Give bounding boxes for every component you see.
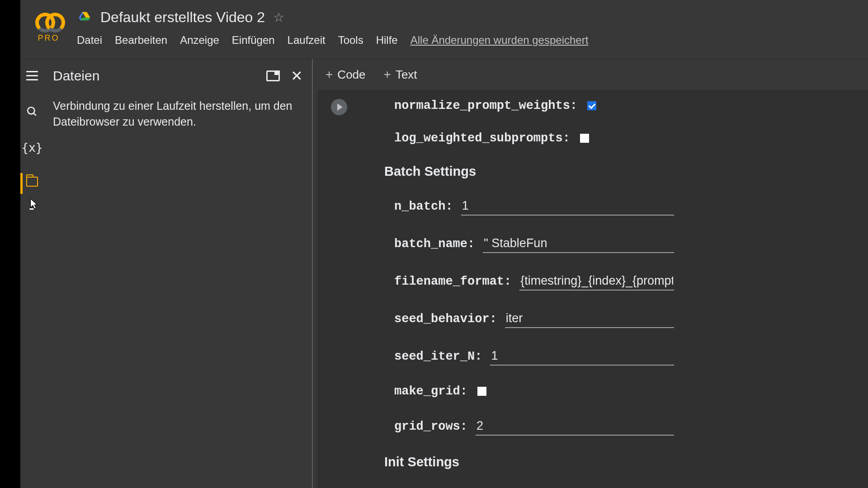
form-area: normalize_prompt_weights: log_weighted_s… bbox=[358, 99, 674, 488]
menu-tools[interactable]: Tools bbox=[338, 34, 363, 47]
close-icon[interactable]: ✕ bbox=[291, 67, 303, 84]
plus-icon: + bbox=[326, 67, 333, 82]
drive-icon bbox=[77, 11, 92, 24]
body: {x} Dateien ✕ Verbindung zu einer Laufze… bbox=[20, 59, 868, 488]
label: grid_rows: bbox=[394, 420, 467, 433]
run-cell-button[interactable] bbox=[331, 99, 347, 115]
label: seed_iter_N: bbox=[394, 350, 482, 363]
folder-icon bbox=[26, 177, 38, 187]
variables-icon[interactable]: {x} bbox=[25, 141, 39, 155]
menu-einfuegen[interactable]: Einfügen bbox=[232, 34, 275, 47]
main-area: + Code + Text normalize_prompt_weights: bbox=[313, 59, 868, 488]
header-main: Defaukt erstelltes Video 2 ☆ Datei Bearb… bbox=[77, 9, 868, 47]
plus-icon: + bbox=[384, 67, 391, 82]
save-status[interactable]: Alle Änderungen wurden gespeichert bbox=[410, 34, 589, 47]
label: make_grid: bbox=[394, 385, 467, 398]
menu-datei[interactable]: Datei bbox=[77, 34, 102, 47]
label: seed_behavior: bbox=[394, 312, 497, 326]
colab-logo-icon bbox=[35, 13, 62, 30]
input-grid-rows[interactable] bbox=[476, 417, 674, 436]
files-panel: Dateien ✕ Verbindung zu einer Laufzeit h… bbox=[44, 59, 313, 488]
cell-toolbar: + Code + Text bbox=[313, 59, 868, 90]
field-n-batch: n_batch: bbox=[394, 197, 674, 216]
field-make-grid: make_grid: bbox=[394, 385, 674, 398]
field-normalize-prompt-weights: normalize_prompt_weights: bbox=[394, 99, 674, 113]
input-filename-format[interactable] bbox=[519, 272, 674, 291]
input-n-batch[interactable] bbox=[461, 197, 675, 216]
menu-anzeige[interactable]: Anzeige bbox=[180, 34, 219, 47]
input-seed-iter-n[interactable] bbox=[490, 347, 674, 366]
section-init-settings: Init Settings bbox=[384, 455, 674, 469]
checkbox-make-grid[interactable] bbox=[477, 387, 486, 396]
field-log-weighted-subprompts: log_weighted_subprompts: bbox=[394, 131, 674, 145]
add-text-button[interactable]: + Text bbox=[384, 67, 417, 82]
checkbox-log-weighted-subprompts[interactable] bbox=[580, 134, 589, 143]
label: n_batch: bbox=[394, 200, 453, 213]
toc-icon[interactable] bbox=[25, 68, 39, 83]
panel-actions: ✕ bbox=[266, 67, 303, 84]
field-grid-rows: grid_rows: bbox=[394, 417, 674, 436]
label: batch_name: bbox=[394, 237, 475, 251]
panel-message: Verbindung zu einer Laufzeit herstellen,… bbox=[53, 98, 303, 130]
field-filename-format: filename_format: bbox=[394, 272, 674, 291]
label: filename_format: bbox=[394, 275, 511, 288]
header: PRO Defaukt erstelltes Video 2 ☆ Datei B… bbox=[20, 0, 868, 59]
menu-bearbeiten[interactable]: Bearbeiten bbox=[115, 34, 167, 47]
active-indicator bbox=[20, 173, 23, 194]
search-icon[interactable] bbox=[25, 104, 39, 119]
checkbox-normalize-prompt-weights[interactable] bbox=[587, 101, 596, 110]
app-root: PRO Defaukt erstelltes Video 2 ☆ Datei B… bbox=[20, 0, 868, 488]
notebook-cell: normalize_prompt_weights: log_weighted_s… bbox=[317, 90, 868, 488]
field-seed-behavior: seed_behavior: bbox=[394, 310, 674, 328]
menu-laufzeit[interactable]: Laufzeit bbox=[288, 34, 326, 47]
left-rail: {x} bbox=[20, 59, 44, 488]
svg-point-0 bbox=[28, 107, 34, 114]
star-icon[interactable]: ☆ bbox=[273, 10, 284, 25]
field-batch-name: batch_name: bbox=[394, 235, 674, 253]
svg-line-1 bbox=[33, 113, 36, 115]
popout-icon[interactable] bbox=[266, 70, 280, 81]
text-label: Text bbox=[396, 68, 417, 82]
code-label: Code bbox=[337, 68, 365, 82]
input-seed-behavior[interactable] bbox=[505, 310, 674, 328]
files-tab[interactable] bbox=[20, 177, 44, 187]
panel-title: Dateien bbox=[53, 68, 99, 84]
menu-bar: Datei Bearbeiten Anzeige Einfügen Laufze… bbox=[77, 34, 868, 47]
field-seed-iter-n: seed_iter_N: bbox=[394, 347, 674, 366]
label: log_weighted_subprompts: bbox=[394, 131, 570, 145]
input-batch-name[interactable] bbox=[483, 235, 674, 253]
document-title[interactable]: Defaukt erstelltes Video 2 bbox=[100, 9, 265, 26]
add-code-button[interactable]: + Code bbox=[326, 67, 366, 82]
label: normalize_prompt_weights: bbox=[394, 99, 577, 113]
menu-hilfe[interactable]: Hilfe bbox=[376, 34, 398, 47]
pro-badge: PRO bbox=[38, 33, 59, 43]
title-row: Defaukt erstelltes Video 2 ☆ bbox=[77, 9, 868, 26]
section-batch-settings: Batch Settings bbox=[384, 164, 674, 179]
panel-header: Dateien ✕ bbox=[53, 67, 303, 84]
logo-column: PRO bbox=[20, 9, 77, 43]
